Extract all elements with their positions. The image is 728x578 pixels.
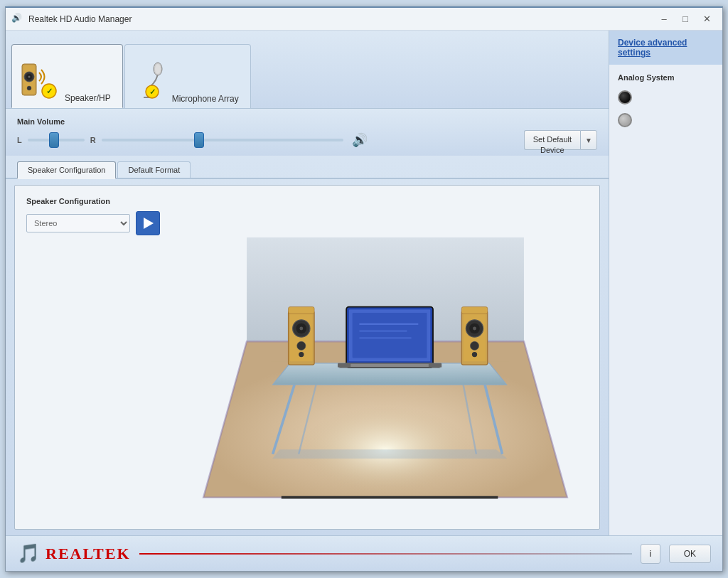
svg-rect-48 bbox=[429, 363, 441, 368]
tab-speaker-label: Speaker/HP bbox=[65, 93, 111, 103]
tab-bar: ✓ Speaker/HP bbox=[6, 31, 609, 109]
minimize-button[interactable]: – bbox=[654, 11, 674, 27]
info-button[interactable]: i bbox=[641, 544, 660, 564]
speaker-volume-icon: 🔊 bbox=[352, 132, 368, 148]
volume-thumb-left[interactable] bbox=[49, 132, 59, 148]
title-bar: 🔊 Realtek HD Audio Manager – □ ✕ bbox=[6, 8, 722, 31]
svg-point-30 bbox=[297, 341, 306, 350]
svg-rect-40 bbox=[461, 307, 488, 314]
config-left: Speaker Configuration Stereo Quadraphoni… bbox=[15, 186, 171, 529]
realtek-logo: 🎵 REALTEK bbox=[17, 542, 131, 564]
volume-label: Main Volume bbox=[17, 117, 597, 126]
app-icon: 🔊 bbox=[11, 13, 24, 26]
left-panel: ✓ Speaker/HP bbox=[6, 31, 609, 535]
svg-point-5 bbox=[27, 86, 31, 90]
sub-tab-bar: Speaker Configuration Default Format bbox=[6, 156, 609, 179]
volume-thumb-right[interactable] bbox=[194, 132, 204, 148]
radio-button-1[interactable] bbox=[618, 90, 632, 105]
realtek-icon: 🎵 bbox=[17, 542, 40, 564]
set-default-button[interactable]: Set DefaultDevice ▼ bbox=[524, 130, 597, 150]
device-advanced-settings-link[interactable]: Device advancedsettings bbox=[618, 38, 714, 58]
tab-speaker[interactable]: ✓ Speaker/HP bbox=[11, 44, 123, 108]
close-button[interactable]: ✕ bbox=[697, 11, 717, 27]
play-icon bbox=[144, 218, 154, 229]
room-scene-svg bbox=[171, 186, 599, 515]
volume-slider-left[interactable] bbox=[28, 139, 85, 141]
window-title: Realtek HD Audio Manager bbox=[28, 14, 654, 24]
realtek-label: REALTEK bbox=[46, 545, 131, 563]
right-channel-label: R bbox=[90, 136, 96, 144]
volume-row: L R 🔊 Set DefaultDevice ▼ bbox=[17, 130, 597, 150]
svg-rect-49 bbox=[338, 363, 350, 368]
svg-marker-24 bbox=[273, 450, 507, 459]
svg-point-38 bbox=[470, 341, 478, 350]
speaker-config-label: Speaker Configuration bbox=[26, 197, 160, 205]
set-default-label[interactable]: Set DefaultDevice bbox=[524, 130, 580, 150]
mic-tab-icon: ✓ bbox=[132, 59, 166, 104]
svg-point-11 bbox=[155, 64, 161, 74]
speaker-config-controls: Stereo Quadraphonic 5.1 Speaker 7.1 Spea… bbox=[26, 211, 160, 235]
sub-tab-speaker-config[interactable]: Speaker Configuration bbox=[17, 161, 116, 179]
speaker-scene bbox=[171, 186, 599, 529]
svg-point-39 bbox=[472, 352, 477, 357]
left-channel-label: L bbox=[17, 136, 22, 144]
svg-text:✓: ✓ bbox=[46, 87, 53, 95]
right-panel-body: Analog System bbox=[609, 65, 722, 535]
window-controls: – □ ✕ bbox=[654, 11, 717, 27]
volume-slider-right[interactable] bbox=[102, 139, 343, 141]
svg-text:✓: ✓ bbox=[149, 87, 155, 96]
svg-rect-43 bbox=[353, 313, 427, 358]
tab-mic-label: Microphone Array bbox=[172, 94, 239, 104]
speaker-tab-icon: ✓ bbox=[19, 58, 59, 103]
radio-button-2[interactable] bbox=[618, 113, 632, 127]
set-default-dropdown-arrow[interactable]: ▼ bbox=[580, 130, 597, 150]
svg-point-4 bbox=[28, 76, 31, 78]
radio-item-1[interactable] bbox=[618, 90, 714, 105]
svg-point-37 bbox=[473, 327, 476, 331]
sub-tab-default-format[interactable]: Default Format bbox=[117, 161, 191, 178]
main-window: 🔊 Realtek HD Audio Manager – □ ✕ bbox=[5, 6, 723, 572]
ok-button[interactable]: OK bbox=[669, 545, 711, 563]
analog-system-title: Analog System bbox=[618, 73, 714, 82]
bottom-bar: 🎵 REALTEK i OK bbox=[6, 535, 722, 571]
right-panel: Device advancedsettings Analog System bbox=[609, 31, 722, 535]
content-panel: Speaker Configuration Stereo Quadraphoni… bbox=[14, 185, 600, 530]
play-test-button[interactable] bbox=[136, 211, 160, 235]
svg-point-29 bbox=[299, 327, 303, 331]
radio-item-2[interactable] bbox=[618, 113, 714, 127]
svg-point-31 bbox=[299, 352, 304, 357]
main-content: ✓ Speaker/HP bbox=[6, 31, 722, 535]
svg-marker-47 bbox=[341, 363, 439, 368]
svg-rect-32 bbox=[289, 307, 315, 314]
right-panel-header: Device advancedsettings bbox=[609, 31, 722, 65]
volume-section: Main Volume L R 🔊 Set DefaultDevice ▼ bbox=[6, 109, 609, 156]
maximize-button[interactable]: □ bbox=[675, 11, 695, 27]
bottom-divider-line bbox=[139, 553, 632, 555]
speaker-config-dropdown[interactable]: Stereo Quadraphonic 5.1 Speaker 7.1 Spea… bbox=[26, 214, 130, 232]
tab-mic[interactable]: ✓ Microphone Array bbox=[124, 44, 251, 108]
